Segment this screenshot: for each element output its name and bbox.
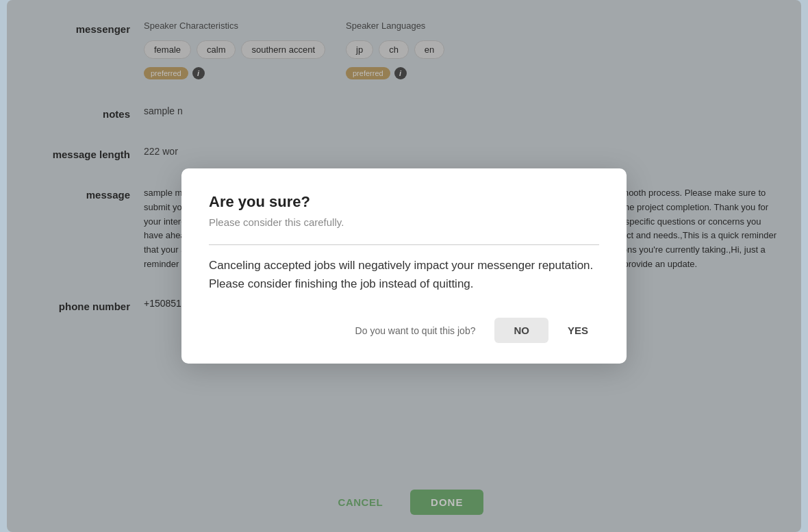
modal-no-button[interactable]: NO xyxy=(494,318,548,343)
modal-body: Canceling accepted jobs will negatively … xyxy=(209,256,599,293)
modal-divider xyxy=(209,244,599,245)
modal-footer: Do you want to quit this job? NO YES xyxy=(209,318,599,343)
modal-title: Are you sure? xyxy=(209,193,599,211)
content-card: messenger Speaker Characteristics female… xyxy=(7,0,801,532)
modal-overlay: Are you sure? Please consider this caref… xyxy=(7,0,801,532)
modal-box: Are you sure? Please consider this caref… xyxy=(181,168,627,364)
page-container: messenger Speaker Characteristics female… xyxy=(0,0,808,532)
modal-yes-button[interactable]: YES xyxy=(557,318,599,343)
modal-question: Do you want to quit this job? xyxy=(355,325,476,336)
modal-subtitle: Please consider this carefully. xyxy=(209,216,599,228)
